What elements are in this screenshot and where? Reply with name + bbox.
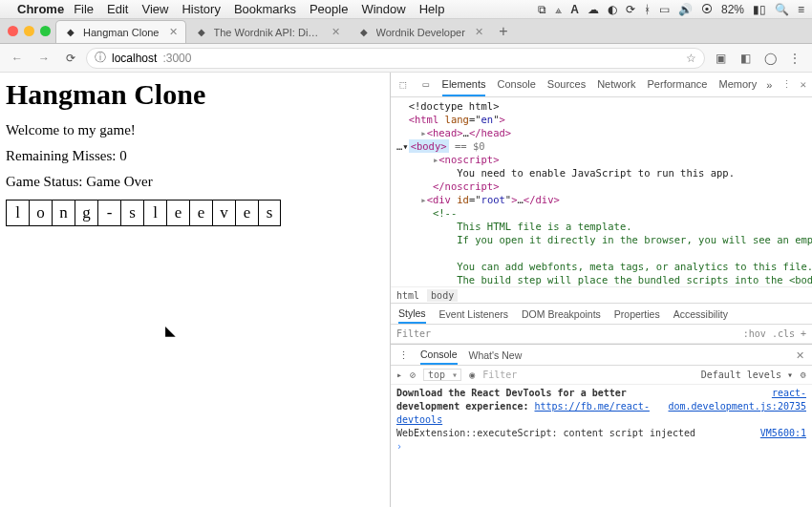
favicon-icon: ◆ [195, 26, 208, 39]
favicon-icon: ◆ [64, 26, 77, 39]
maximize-window-button[interactable] [40, 26, 51, 36]
chrome-menu-icon[interactable]: ⋮ [787, 51, 802, 66]
page-title: Hangman Clone [6, 78, 384, 111]
menubar-item[interactable]: File [74, 2, 94, 16]
console-toolbar: ▸ ⊘ top ◉ Filter Default levels ▾ ⚙ [391, 366, 812, 385]
devtools-tab[interactable]: Performance [648, 74, 708, 96]
styles-filter-input[interactable]: Filter [396, 328, 743, 339]
console-output[interactable]: Download the React DevTools for a better… [391, 385, 812, 507]
live-expression-icon[interactable]: ◉ [469, 370, 475, 380]
styles-tab[interactable]: Styles [398, 305, 426, 324]
profile-icon[interactable]: ◯ [762, 51, 778, 66]
breadcrumb-item[interactable]: html [396, 290, 419, 301]
back-button[interactable]: ← [6, 47, 29, 70]
drawer-tab-console[interactable]: Console [420, 346, 458, 365]
styles-tab[interactable]: DOM Breakpoints [522, 306, 601, 323]
window-controls[interactable] [8, 26, 51, 36]
drawer-close-icon[interactable]: ✕ [796, 349, 804, 361]
letter-cell: l [143, 200, 166, 226]
mouse-cursor-icon: ◣ [165, 323, 176, 338]
new-style-rule-icon[interactable]: + [801, 328, 806, 339]
browser-tab[interactable]: ◆The Wordnik API: Dictionary D✕ [186, 20, 349, 43]
styles-tab[interactable]: Accessibility [673, 306, 728, 323]
console-filter-input[interactable]: Filter [482, 370, 693, 380]
macos-menubar: Chrome FileEditViewHistoryBookmarksPeopl… [0, 0, 812, 19]
letter-cell: e [235, 200, 258, 226]
new-tab-button[interactable]: + [492, 20, 515, 43]
url-path: :3000 [162, 52, 191, 65]
reload-button[interactable]: ⟳ [59, 47, 82, 70]
console-settings-icon[interactable]: ⚙ [801, 370, 806, 380]
bluetooth-icon: ᚼ [644, 3, 651, 16]
tab-title: The Wordnik API: Dictionary D [214, 27, 322, 38]
wifi-icon: ⦿ [701, 3, 713, 16]
welcome-text: Welcome to my game! [6, 122, 384, 138]
tab-title: Wordnik Developer [376, 27, 465, 38]
dropbox-icon: ⟁ [555, 3, 562, 16]
menubar-item[interactable]: History [182, 2, 220, 16]
inspect-element-icon[interactable]: ⬚ [396, 78, 410, 91]
address-bar[interactable]: ⓘ localhost:3000 ☆ [86, 48, 705, 69]
letter-cell: s [258, 200, 281, 226]
styles-tab[interactable]: Properties [614, 306, 660, 323]
letter-grid: long-sleeves [6, 200, 384, 226]
devtools-tab[interactable]: Network [597, 74, 635, 96]
extension-icon[interactable]: ◧ [737, 51, 753, 66]
spotlight-icon: ◐ [608, 3, 617, 16]
clear-console-icon[interactable]: ⊘ [410, 370, 416, 380]
letter-cell: s [120, 200, 143, 226]
cls-toggle[interactable]: .cls [772, 328, 795, 339]
search-icon: 🔍 [775, 3, 789, 16]
console-sidebar-icon[interactable]: ▸ [396, 370, 402, 380]
styles-filter-row: Filter :hov .cls + [391, 325, 812, 344]
site-info-icon[interactable]: ⓘ [95, 50, 106, 66]
adobe-icon: A [570, 3, 579, 16]
close-window-button[interactable] [8, 26, 18, 36]
battery-icon: ▮▯ [753, 3, 766, 16]
console-levels-select[interactable]: Default levels ▾ [701, 370, 793, 380]
menubar-item[interactable]: Edit [107, 2, 128, 16]
letter-cell: - [97, 200, 120, 226]
dom-tree[interactable]: <!doctype html> <html lang="en"> ▸<head>… [391, 97, 812, 286]
console-context-select[interactable]: top [423, 369, 461, 381]
toolbar-extensions: ▣ ◧ ◯ ⋮ [709, 51, 806, 66]
browser-tab[interactable]: ◆Hangman Clone✕ [55, 20, 186, 43]
close-tab-icon[interactable]: ✕ [475, 26, 483, 38]
devtools-tab[interactable]: Sources [547, 74, 586, 96]
drawer-tab-whatsnew[interactable]: What's New [469, 347, 523, 364]
device-toolbar-icon[interactable]: ▭ [419, 78, 433, 91]
letter-cell: o [29, 200, 52, 226]
drawer-tabs: ⋮ Console What's New ✕ [391, 345, 812, 366]
breadcrumb-item[interactable]: body [427, 289, 458, 302]
devtools-drawer: ⋮ Console What's New ✕ ▸ ⊘ top ◉ Filter … [391, 344, 812, 507]
menubar-item[interactable]: View [141, 2, 168, 16]
letter-cell: n [52, 200, 75, 226]
dom-breadcrumb[interactable]: html body [391, 286, 812, 304]
forward-button[interactable]: → [32, 47, 55, 70]
more-tabs-icon[interactable]: » [766, 79, 772, 91]
menubar-item[interactable]: Window [361, 2, 405, 16]
styles-tab[interactable]: Event Listeners [439, 306, 508, 323]
menubar-item[interactable]: Help [419, 2, 445, 16]
devtools-tablist: ElementsConsoleSourcesNetworkPerformance… [442, 74, 758, 96]
bookmark-star-icon[interactable]: ☆ [686, 52, 696, 65]
display-icon: ▭ [659, 3, 670, 16]
minimize-window-button[interactable] [24, 26, 34, 36]
drawer-menu-icon[interactable]: ⋮ [398, 349, 409, 361]
volume-icon: 🔊 [678, 3, 693, 16]
devtools-tab[interactable]: Elements [442, 74, 486, 96]
battery-percent: 82% [721, 3, 744, 16]
devtools-menu-icon[interactable]: ⋮ [781, 78, 792, 91]
menubar-item[interactable]: Bookmarks [234, 2, 296, 16]
hov-toggle[interactable]: :hov [743, 328, 766, 339]
menubar-status-icons: ⧉ ⟁ A ☁︎ ◐ ⟳ ᚼ ▭ 🔊 ⦿ 82% ▮▯ 🔍 ≡ [538, 3, 804, 16]
menu-icon: ≡ [798, 3, 804, 16]
extension-icon[interactable]: ▣ [713, 51, 728, 66]
close-tab-icon[interactable]: ✕ [331, 26, 340, 38]
browser-tab[interactable]: ◆Wordnik Developer✕ [349, 20, 492, 43]
close-tab-icon[interactable]: ✕ [169, 26, 178, 38]
devtools-tab[interactable]: Memory [719, 74, 758, 96]
menubar-item[interactable]: People [310, 2, 348, 16]
devtools-tab[interactable]: Console [497, 74, 535, 96]
devtools-close-icon[interactable]: ✕ [800, 78, 806, 91]
